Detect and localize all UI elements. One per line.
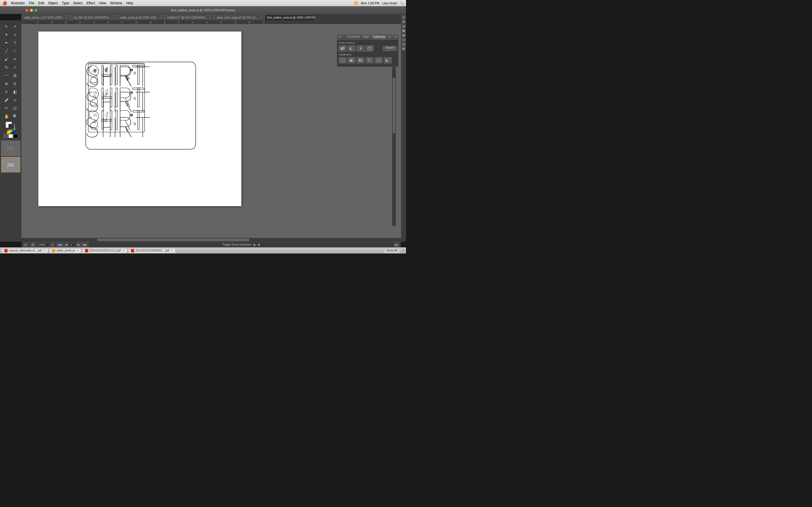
rect-tool[interactable]: □ [11,47,19,55]
menu-illustrator[interactable]: Illustrator [11,1,25,5]
lasso-tool[interactable]: ⌾ [11,31,19,39]
line-tool[interactable]: ╱ [3,47,10,55]
search-icon[interactable]: 🔍 [400,1,404,5]
taskbar-item-2[interactable]: 20141016152612111.pdf ✕ [82,248,127,253]
tab-3[interactable]: Untitled-2* @ 81% (CMYK/Pre... ✕ [165,15,214,20]
task-close-0[interactable]: ✕ [43,249,46,252]
prev-page-btn[interactable]: ◀◀ [56,242,63,247]
taskbar-close[interactable]: ✕ [402,249,404,252]
panel-icon-2[interactable]: ⊞ [402,20,406,24]
menu-view[interactable]: View [99,1,106,5]
panel-icon-1[interactable]: ≡ [402,15,406,19]
divide-btn[interactable] [339,57,347,63]
scale-tool[interactable]: ⤢ [11,63,19,71]
menu-edit[interactable]: Edit [38,1,44,5]
tab-1[interactable]: cut_file* @ 81% (CMYK/Pre... ✕ [71,15,117,20]
taskbar-item-0[interactable]: manual_silhouette-st....pdf ✕ [2,248,48,253]
close-window-button[interactable] [26,9,29,12]
menu-help[interactable]: Help [126,1,133,5]
exclude-btn[interactable] [366,45,373,52]
gradient-tool[interactable]: ◧ [11,88,19,96]
menu-effect[interactable]: Effect [86,1,95,5]
selection-tool[interactable]: ↖ [3,22,10,31]
tab-close-1[interactable]: ✕ [112,16,115,19]
next-btn[interactable]: ▶ [77,242,81,247]
thumbnail-1[interactable]: Screen2014-10-... [1,140,20,156]
tab-2[interactable]: cable_prints.ai @ 150% (CM... ✕ [117,15,165,20]
maximize-window-button[interactable] [35,9,38,12]
artboard-nav-btn[interactable]: ⊞ [23,242,28,247]
zoom-dropdown[interactable]: ▾ [50,242,55,247]
align-tab[interactable]: Align [363,35,370,38]
direct-selection-tool[interactable]: ↗ [11,22,19,31]
zoom-input[interactable] [38,243,49,247]
taskbar-item-1[interactable]: cable_prints.ai ✕ [49,248,81,253]
panel-icon-6[interactable]: ⬡ [402,38,406,42]
panel-expand-icon[interactable]: ⊡ [395,36,397,38]
vertical-scrollbar[interactable] [392,41,396,226]
panel-icon-7[interactable]: ⊛ [402,42,406,46]
pen-tool[interactable]: ✒ [3,39,10,47]
panel-icon-5[interactable]: ◉ [402,33,406,37]
outline-btn[interactable] [375,57,383,63]
menu-window[interactable]: Window [110,1,122,5]
rotate-tool[interactable]: ↻ [3,63,10,71]
file-link-btn[interactable]: 🔗 [30,242,36,247]
tab-close-2[interactable]: ✕ [160,16,162,19]
grayscale-swatch[interactable] [4,134,8,138]
panel-options-btn[interactable]: ▼ [389,36,391,38]
black-swatch[interactable] [13,134,18,138]
panel-icon-8[interactable]: ⊠ [402,47,406,51]
pathfinder-tab[interactable]: Pathfinder [372,35,386,39]
thumbnail-2[interactable]: Screen(SHIRT) [1,157,20,172]
menu-select[interactable]: Select [73,1,82,5]
minus-front-btn[interactable] [348,45,356,52]
unite-btn[interactable] [339,45,347,52]
tab-close-4[interactable]: ✕ [260,16,262,19]
prev-btn[interactable]: ◀ [64,242,68,247]
eraser-tool[interactable]: ⊡ [11,104,19,112]
horizontal-scrollbar[interactable] [21,238,401,242]
taskbar-item-3[interactable]: 20141016125053563....pdf ✕ [128,248,175,253]
trim-btn[interactable] [348,57,356,63]
panel-icon-4[interactable]: ▦ [402,29,406,33]
perspective-tool[interactable]: ⊘ [11,80,19,88]
tab-close-0[interactable]: ✕ [66,16,68,19]
intersect-btn[interactable] [357,45,364,52]
tab-0[interactable]: cable_prints_2.ai* 100% (CMY... ✕ [21,15,71,20]
type-tool[interactable]: T [11,39,19,47]
white-swatch[interactable] [8,134,13,138]
tab-close-3[interactable]: ✕ [209,16,212,19]
next-page-btn[interactable]: ▶▶ [82,242,89,247]
shape-builder-tool[interactable]: ⊕ [3,80,10,88]
mesh-tool[interactable]: # [3,88,10,96]
warp-tool[interactable]: 〰 [3,71,10,79]
magic-wand-tool[interactable]: ✦ [3,31,10,39]
page-input[interactable] [69,243,76,247]
swap-colors-icon[interactable] [13,127,16,130]
blend-tool[interactable]: ∞ [11,96,19,104]
menu-type[interactable]: Type [62,1,69,5]
transform-tab[interactable]: Transform [347,35,360,38]
merge-btn[interactable] [357,57,364,63]
eyedropper-tool[interactable]: 💉 [3,96,10,104]
tab-5[interactable]: font_outline_work.ai @ 100% (CMYK/Previe… [264,15,315,20]
tab-4[interactable]: laser_shirt_large.ai* @ 25% (C... ✕ [214,15,264,20]
zoom-tool[interactable]: 🔍 [11,112,19,120]
menu-object[interactable]: Object [48,1,58,5]
apple-menu[interactable]: 🍎 [2,1,7,5]
expand-button[interactable]: Expand [383,46,397,51]
hand-tool[interactable]: ✋ [3,112,10,120]
panel-close-btn[interactable]: ✕ [339,35,341,38]
scroll-end-btn[interactable]: ▶| [394,242,399,247]
task-close-1[interactable]: ✕ [77,249,79,252]
minimize-window-button[interactable] [30,9,33,12]
show-all-button[interactable]: Show All [384,248,400,253]
color-mode[interactable] [7,130,15,134]
task-close-2[interactable]: ✕ [122,249,124,252]
task-close-3[interactable]: ✕ [171,249,173,252]
paintbrush-tool[interactable]: 🖌 [3,55,10,63]
scissors-tool[interactable]: ✂ [3,104,10,112]
free-transform-tool[interactable]: ⊞ [11,71,19,79]
menu-file[interactable]: File [29,1,34,5]
